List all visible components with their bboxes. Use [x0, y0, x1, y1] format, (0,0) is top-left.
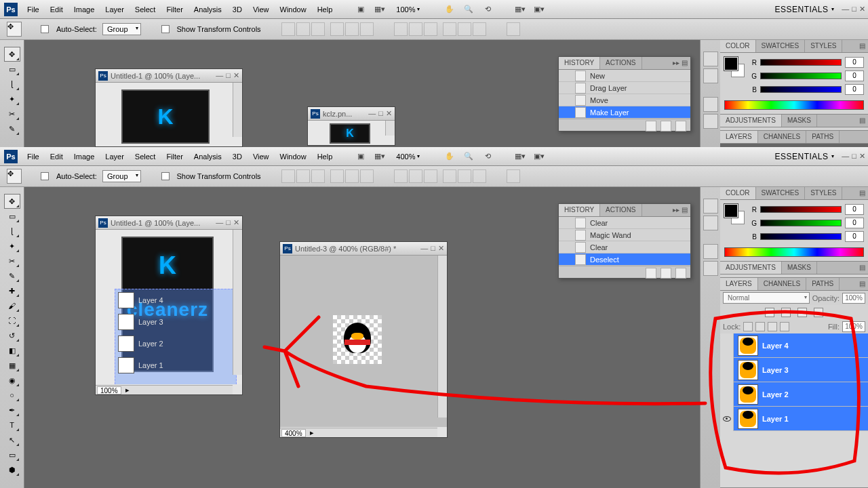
- strip-icon[interactable]: [703, 97, 718, 112]
- tab-styles[interactable]: STYLES: [805, 187, 842, 199]
- strip-icon[interactable]: [703, 68, 718, 83]
- window-controls-1[interactable]: —□✕: [842, 5, 865, 14]
- menu-edit[interactable]: Edit: [45, 149, 68, 164]
- menu-view[interactable]: View: [248, 2, 275, 17]
- hand-icon[interactable]: ✋: [443, 3, 456, 16]
- align-left-icon[interactable]: [330, 22, 344, 36]
- b-value[interactable]: 0: [845, 231, 864, 242]
- eyedropper-tool[interactable]: ✎: [4, 268, 20, 283]
- panel-menu-icon[interactable]: ▤: [859, 42, 865, 49]
- visibility-toggle[interactable]: [720, 358, 734, 382]
- tab-history[interactable]: HISTORY: [559, 204, 600, 216]
- strip-icon[interactable]: [703, 244, 718, 259]
- new-state-icon[interactable]: [660, 121, 671, 131]
- layers-icon-btn[interactable]: [797, 308, 807, 317]
- wand-tool[interactable]: ✦: [4, 239, 20, 253]
- dist-right-icon[interactable]: [473, 169, 486, 183]
- tab-color[interactable]: COLOR: [720, 40, 756, 52]
- menu-view[interactable]: View: [248, 149, 275, 164]
- tab-paths[interactable]: PATHS: [806, 278, 840, 290]
- eyedropper-tool[interactable]: ✎: [4, 121, 20, 136]
- layer-row[interactable]: Layer 4: [720, 333, 868, 358]
- align-hcenter-icon[interactable]: [345, 22, 359, 36]
- wand-tool[interactable]: ✦: [4, 92, 20, 106]
- auto-select-checkbox[interactable]: [41, 25, 49, 33]
- auto-select-dropdown[interactable]: Group: [102, 170, 141, 182]
- align-bottom-icon[interactable]: [311, 169, 325, 183]
- trash-icon[interactable]: [675, 268, 686, 279]
- spectrum-bar[interactable]: [724, 100, 864, 110]
- layer-thumbnail[interactable]: [738, 409, 758, 429]
- screen-mode-icon[interactable]: ▣▾: [533, 150, 545, 163]
- tab-paths[interactable]: PATHS: [806, 131, 840, 143]
- marquee-tool[interactable]: ▭: [4, 62, 20, 77]
- tab-styles[interactable]: STYLES: [805, 40, 842, 52]
- align-vcenter-icon[interactable]: [296, 22, 310, 36]
- menu-3d[interactable]: 3D: [227, 149, 248, 164]
- history-item[interactable]: Magic Wand: [559, 229, 690, 241]
- g-value[interactable]: 0: [845, 218, 864, 228]
- workspace-switcher[interactable]: ESSENTIALS: [774, 5, 834, 14]
- tab-actions[interactable]: ACTIONS: [600, 57, 642, 69]
- menu-image[interactable]: Image: [68, 149, 100, 164]
- dist-vcenter-icon[interactable]: [409, 169, 422, 183]
- launch-bridge-icon[interactable]: ▣: [355, 3, 367, 16]
- menu-layer[interactable]: Layer: [100, 149, 130, 164]
- lock-pixels-icon[interactable]: [743, 322, 753, 331]
- menu-analysis[interactable]: Analysis: [189, 2, 227, 17]
- dist-bottom-icon[interactable]: [424, 22, 437, 36]
- history-brush-tool[interactable]: ↺: [4, 328, 20, 343]
- layer-thumbnail[interactable]: [738, 336, 758, 356]
- max-icon[interactable]: □: [431, 244, 435, 253]
- tab-adjustments[interactable]: ADJUSTMENTS: [720, 262, 782, 274]
- tab-layers[interactable]: LAYERS: [720, 278, 758, 290]
- 3d-tool[interactable]: ⬢: [4, 462, 20, 477]
- visibility-toggle[interactable]: [720, 407, 734, 431]
- align-right-icon[interactable]: [360, 169, 374, 183]
- menu-help[interactable]: Help: [312, 149, 338, 164]
- tab-masks[interactable]: MASKS: [782, 262, 817, 274]
- align-hcenter-icon[interactable]: [345, 169, 359, 183]
- r-value[interactable]: 0: [845, 204, 864, 215]
- panel-menu-icon[interactable]: ▸▸ ▤: [673, 206, 688, 214]
- menu-window[interactable]: Window: [275, 2, 312, 17]
- rotate-icon[interactable]: ⟲: [481, 150, 494, 163]
- scroll-v[interactable]: [437, 256, 447, 418]
- layer-name[interactable]: Layer 3: [762, 366, 789, 374]
- menu-image[interactable]: Image: [68, 2, 100, 17]
- layout-dropdown-icon[interactable]: ▦▾: [374, 150, 386, 163]
- dist-right-icon[interactable]: [473, 22, 486, 36]
- doc-zoom[interactable]: 400%: [281, 429, 306, 437]
- align-left-icon[interactable]: [330, 169, 344, 183]
- shape-tool[interactable]: ▭: [4, 447, 20, 462]
- document-window-2[interactable]: Ps kclz.pn... —□✕ K: [307, 106, 395, 146]
- move-tool[interactable]: ✥: [4, 47, 20, 62]
- move-tool[interactable]: ✥: [4, 194, 20, 209]
- layout-dropdown-icon[interactable]: ▦▾: [374, 3, 386, 16]
- tab-color[interactable]: COLOR: [720, 187, 756, 199]
- history-item[interactable]: New: [559, 70, 690, 82]
- menu-file[interactable]: File: [22, 149, 45, 164]
- panel-menu-icon[interactable]: ▤: [859, 280, 865, 287]
- history-item[interactable]: Clear: [559, 241, 690, 253]
- heal-tool[interactable]: ✚: [4, 283, 20, 298]
- zoom-icon[interactable]: 🔍: [462, 150, 475, 163]
- zoom-icon[interactable]: 🔍: [462, 3, 475, 16]
- r-value[interactable]: 0: [845, 57, 864, 68]
- g-value[interactable]: 0: [845, 70, 864, 81]
- strip-icon[interactable]: [703, 114, 718, 129]
- align-vcenter-icon[interactable]: [296, 169, 310, 183]
- layer-thumbnail[interactable]: [738, 360, 758, 380]
- arrange-icon[interactable]: ▦▾: [514, 3, 526, 16]
- menu-window[interactable]: Window: [275, 149, 312, 164]
- marquee-tool[interactable]: ▭: [4, 209, 20, 224]
- menu-analysis[interactable]: Analysis: [189, 149, 227, 164]
- opacity-value[interactable]: 100%: [842, 293, 865, 304]
- fill-value[interactable]: 100%: [842, 321, 865, 332]
- tab-swatches[interactable]: SWATCHES: [756, 40, 806, 52]
- menu-file[interactable]: File: [22, 2, 45, 17]
- tab-channels[interactable]: CHANNELS: [758, 131, 806, 143]
- min-icon[interactable]: —: [216, 71, 223, 80]
- dodge-tool[interactable]: ○: [4, 388, 20, 403]
- strip-icon[interactable]: [703, 216, 718, 230]
